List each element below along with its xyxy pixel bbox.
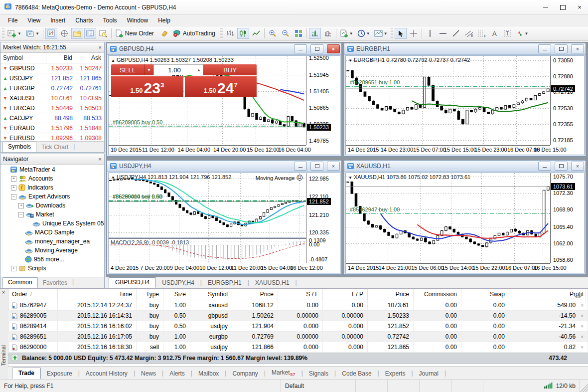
maximize-button[interactable] <box>554 0 571 14</box>
tree-expander-icon[interactable]: + <box>18 203 24 208</box>
navigator-close-icon[interactable]: × <box>99 156 102 162</box>
mw-row-euraud[interactable]: ▼EURAUD1.517961.51848 <box>0 123 104 133</box>
buy-price-panel[interactable]: 1.50247 <box>185 76 257 97</box>
terminal-tab-mailbox[interactable]: Mailbox <box>192 369 225 379</box>
close-button[interactable]: × <box>571 0 588 14</box>
indicators-button[interactable]: ▼ <box>338 28 355 39</box>
mw-col-bid[interactable]: Bid <box>46 52 75 63</box>
arrows-tool[interactable]: ▼ <box>515 28 530 39</box>
terminal-tab-code-base[interactable]: Code Base <box>336 369 377 379</box>
sell-button[interactable]: SELL <box>111 64 144 75</box>
quick-trade-toggle-icon[interactable]: ▼ <box>348 58 352 63</box>
buy-button[interactable]: BUY <box>203 64 257 75</box>
nav-item-expert-advisors[interactable]: −Expert Advisors <box>0 192 104 201</box>
col-header-commission[interactable]: Commission <box>414 289 461 300</box>
mw-row-eurcad[interactable]: ▼EURCAD1.504491.50503 <box>0 103 104 113</box>
col-header-t-p[interactable]: T / P <box>323 289 368 300</box>
menu-insert[interactable]: Insert <box>45 15 70 25</box>
horizontal-line-tool[interactable] <box>437 28 449 39</box>
chart-restore-button[interactable] <box>310 162 323 171</box>
chart-plot-area[interactable]: #85762947 buy 1.00▼XAUUSD,H1 1073.86 107… <box>346 173 550 263</box>
strategy-tester-toggle[interactable] <box>97 28 109 39</box>
chart-plot-area[interactable]: #86289414 buy 0.50#86290000 sell 1.00▼US… <box>109 173 306 237</box>
col-header-price[interactable]: Price <box>232 289 278 300</box>
chart-title-bar[interactable]: XAUUSD,H1× <box>344 161 586 172</box>
col-header-type[interactable]: Type <box>137 289 163 300</box>
order-row-86289651[interactable]: 862896512015.12.16 16:17:05buy1.00eurgbp… <box>8 332 588 342</box>
time-axis[interactable]: 14 Dec 201514 Dec 21:0015 Dec 06:0015 De… <box>346 263 550 272</box>
nav-tab-common[interactable]: Common <box>2 277 38 288</box>
mw-tab-tick-chart[interactable]: Tick Chart <box>36 143 73 152</box>
terminal-tab-market[interactable]: Market57 <box>266 368 301 379</box>
chart-minimize-button[interactable] <box>538 44 551 53</box>
data-window-toggle[interactable] <box>58 28 70 39</box>
tree-expander-icon[interactable]: − <box>11 194 16 199</box>
new-order-button[interactable]: New Order <box>114 28 157 39</box>
market-watch-close-icon[interactable]: × <box>99 44 102 50</box>
chart-close-button[interactable]: × <box>571 162 584 171</box>
nav-item-macd-sample[interactable]: MACD Sample <box>0 228 104 237</box>
mw-row-cadjpy[interactable]: ▲CADJPY88.49888.533 <box>0 113 104 123</box>
tree-expander-icon[interactable]: + <box>11 176 16 182</box>
col-header-order[interactable]: Order/ <box>8 289 58 300</box>
mw-row-eurusd[interactable]: ▼EURUSD1.092961.09308 <box>0 133 104 141</box>
nav-item-unique-eas-system-05[interactable]: Unique EAs System 05 <box>0 219 104 228</box>
market-watch-toggle[interactable] <box>45 28 57 39</box>
fibonacci-tool[interactable]: F <box>476 28 488 39</box>
price-scale[interactable]: 1075.701072.301068.901065.401062.001058.… <box>550 173 583 263</box>
mw-col-symbol[interactable]: Symbol <box>0 52 46 63</box>
close-order-icon[interactable]: × <box>581 324 584 329</box>
terminal-tab-journal[interactable]: Journal <box>413 369 444 379</box>
chart-tab-gbpusd-h4[interactable]: GBPUSD,H4 <box>109 277 156 288</box>
close-order-icon[interactable]: × <box>581 334 584 340</box>
nav-item-indicators[interactable]: +fIndicators <box>0 183 104 192</box>
chart-window-gbpusd[interactable]: GBPUSD,H4×#86289005 buy 0.50▲GBPUSD,H4 1… <box>107 43 342 157</box>
terminal-tab-trade[interactable]: Trade <box>12 368 41 379</box>
navigator-toggle[interactable] <box>71 28 83 39</box>
mql5-chip-icon[interactable] <box>158 28 170 39</box>
templates-button[interactable]: ▼ <box>373 28 389 39</box>
terminal-tab-exposure[interactable]: Exposure <box>41 369 78 379</box>
sell-dropdown-icon[interactable]: ▼ <box>144 64 153 75</box>
chart-restore-button[interactable] <box>310 44 323 53</box>
nav-tab-favorites[interactable]: Favorites <box>38 278 72 288</box>
mw-row-usdjpy[interactable]: ▲USDJPY121.852121.865 <box>0 73 104 83</box>
terminal-tab-company[interactable]: Company <box>226 369 264 379</box>
menu-window[interactable]: Window <box>122 15 153 25</box>
volume-stepper-icon[interactable]: ▲ <box>195 68 203 72</box>
chart-close-button[interactable]: × <box>327 162 340 171</box>
status-profile[interactable]: Default <box>281 380 356 392</box>
terminal-tab-news[interactable]: News <box>135 369 162 379</box>
chart-plot-area[interactable]: #86289005 buy 0.50▲GBPUSD,H4 1.50263 1.5… <box>109 56 306 145</box>
text-tool[interactable]: A <box>489 28 501 39</box>
col-header-size[interactable]: Size <box>163 289 190 300</box>
terminal-tab-experts[interactable]: Experts <box>379 369 412 379</box>
time-axis[interactable]: 10 Dec 201511 Dec 12:0014 Dec 04:0014 De… <box>109 145 306 154</box>
line-chart-button[interactable] <box>250 28 262 39</box>
chart-tab-usdjpy-h4[interactable]: USDJPY,H4 <box>156 278 200 288</box>
nav-item-scripts[interactable]: +Scripts <box>0 264 104 273</box>
chart-window-eurgbp[interactable]: EURGBP,H1×#86289651 buy 1.00▼EURGBP,H1 0… <box>344 43 586 157</box>
close-order-icon[interactable]: × <box>581 313 584 319</box>
tile-windows-button[interactable] <box>293 28 304 39</box>
nav-item-956-more-[interactable]: 956 more... <box>0 255 104 264</box>
chart-title-bar[interactable]: EURGBP,H1× <box>344 43 586 55</box>
order-row-86289005[interactable]: 862890052015.12.16 16:14:31buy0.50gbpusd… <box>8 311 588 321</box>
minimize-button[interactable] <box>537 0 554 14</box>
chart-window-xauusd[interactable]: XAUUSD,H1×#85762947 buy 1.00▼XAUUSD,H1 1… <box>344 160 586 275</box>
volume-input[interactable]: 1.00▲ <box>153 64 203 75</box>
nav-item-market[interactable]: −Market <box>0 210 104 219</box>
tree-expander-icon[interactable]: − <box>18 212 24 217</box>
price-scale[interactable]: 122.985122.110121.210120.335121.8520.130… <box>306 173 339 263</box>
chart-restore-button[interactable] <box>555 162 568 171</box>
terminal-tab-signals[interactable]: Signals <box>303 369 334 379</box>
nav-item-metatrader-4[interactable]: MetaTrader 4 <box>0 165 104 174</box>
time-axis[interactable]: 4 Dec 20157 Dec 20:009 Dec 04:0010 Dec 1… <box>109 263 306 272</box>
col-header-swap[interactable]: Swap <box>461 289 509 300</box>
chart-minimize-button[interactable] <box>294 44 307 53</box>
mw-col-ask[interactable]: Ask <box>75 52 104 63</box>
ea-sad-face-icon[interactable]: ☹ <box>296 174 303 182</box>
quick-trade-toggle-icon[interactable]: ▼ <box>348 176 352 180</box>
menu-charts[interactable]: Charts <box>70 15 98 25</box>
nav-item-money-manager-ea[interactable]: money_manager_ea <box>0 237 104 246</box>
